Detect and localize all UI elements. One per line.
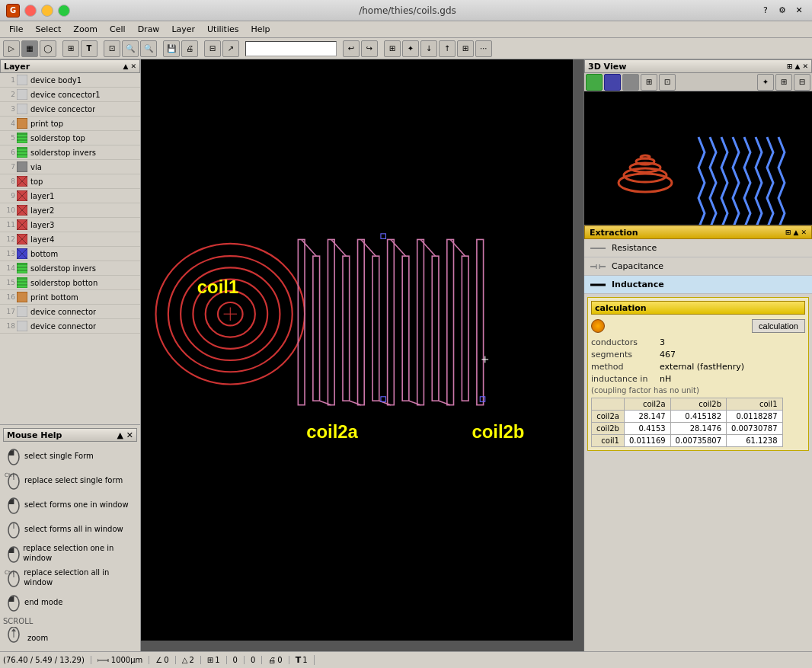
svg-line-88 [320,401,331,404]
svg-line-92 [439,401,450,404]
close-button[interactable] [24,5,37,17]
grid-val: 1 [215,656,219,664]
svg-rect-95 [381,234,386,239]
calculation-button[interactable]: calculation [752,319,805,333]
cell-name-input[interactable]: noname [245,41,337,56]
layer-item[interactable]: 2device concector1 [0,88,140,102]
tool-circle[interactable]: ◯ [40,40,56,57]
tool-expand[interactable]: ⊞ [457,40,474,57]
layer-item[interactable]: 16print bottom [0,290,140,305]
3d-btn-5[interactable]: ⊡ [659,74,676,91]
extraction-controls[interactable]: ⊞ ▲ ✕ [785,229,807,236]
mouse-icon [3,591,24,612]
svg-rect-71 [328,239,334,404]
extraction-header: Extraction ⊞ ▲ ✕ [584,225,812,239]
3d-btn-6[interactable]: ✦ [757,74,774,91]
tool-frame[interactable]: ⊟ [204,40,221,57]
3d-btn-4[interactable]: ⊞ [641,74,657,91]
layer-item[interactable]: 12layer4 [0,232,140,247]
table-cell: 0.4153 [624,423,670,435]
3d-btn-7[interactable]: ⊞ [775,74,792,91]
menu-file[interactable]: File [3,23,29,36]
layer-item[interactable]: 17device connector [0,305,140,319]
layer-item[interactable]: 14solderstop invers [0,261,140,276]
layer-item[interactable]: 8top [0,174,140,189]
canvas-area[interactable]: coil1 coil2a coil2b [141,59,583,651]
layer-item[interactable]: 6solderstop invers [0,145,140,160]
tool-redo[interactable]: ↪ [361,40,378,57]
mouse-help-item: Ctrlreplace select single form [3,469,137,491]
layer-panel-controls[interactable]: ▲ ✕ [123,62,136,70]
mouse-help-panel: Mouse Help ▲ ✕ select single FormCtrlrep… [0,424,140,651]
svg-rect-40 [17,306,27,317]
extraction-inductance[interactable]: Inductance [584,276,812,294]
inductance-matrix: coil2a coil2b coil1 coil2a28.1470.415182… [591,398,783,447]
tool-grid[interactable]: ⊞ [384,40,401,57]
maximize-button[interactable] [58,5,70,17]
app-icon: G [6,4,20,18]
tool-up[interactable]: ↑ [439,40,456,57]
extraction-resistance[interactable]: Resistance [584,239,812,257]
menu-help[interactable]: Help [245,23,276,36]
layer-item[interactable]: 3device concector [0,102,140,117]
layer-list[interactable]: 1device body12device concector13device c… [0,73,140,424]
layer-item[interactable]: 4print top [0,117,140,131]
tool-pointer[interactable]: ↗ [222,40,239,57]
tool-save[interactable]: 💾 [163,40,180,57]
tool-zoom-out[interactable]: 🔍 [140,40,157,57]
layer-item[interactable]: 13bottom [0,247,140,261]
window-close-icon[interactable]: ✕ [792,4,806,18]
minimize-button[interactable] [41,5,53,17]
layer-item[interactable]: 7via [0,160,140,174]
extraction-title: Extraction [590,228,638,238]
mouse-help-item: select forms one in window [3,494,137,515]
tool-zoom-in[interactable]: 🔍 [122,40,139,57]
menu-zoom[interactable]: Zoom [67,23,104,36]
tool-down[interactable]: ↓ [420,40,437,57]
view3d-controls[interactable]: ⊞ ▲ ✕ [787,62,808,70]
menu-select[interactable]: Select [29,23,67,36]
mouse-help-controls[interactable]: ▲ ✕ [117,430,133,440]
layer-item[interactable]: 15solderstop botton [0,276,140,290]
tool-select[interactable]: ▷ [3,40,20,57]
menu-layer[interactable]: Layer [165,23,201,36]
tool-text[interactable]: T [81,40,98,57]
help-icon[interactable]: ? [759,4,772,18]
layer-item[interactable]: 5solderstop top [0,131,140,145]
extraction-capacitance[interactable]: Capacitance [584,257,812,276]
layer-label: top [30,177,43,186]
layer-item[interactable]: 10layer2 [0,203,140,218]
view3d-toolbar[interactable]: ⊞ ⊡ ✦ ⊞ ⊟ [584,73,812,91]
layer-item[interactable]: 18device connector [0,319,140,334]
menu-draw[interactable]: Draw [132,23,166,36]
layer-panel: Layer ▲ ✕ 1device body12device concector… [0,59,140,424]
3d-btn-2[interactable] [604,74,621,91]
menu-utilities[interactable]: Utilities [201,23,245,36]
tool-star[interactable]: ✦ [402,40,419,57]
tool-undo[interactable]: ↩ [343,40,360,57]
3d-btn-1[interactable] [586,74,603,91]
horizontal-scrollbar[interactable] [141,641,573,651]
3d-btn-3[interactable] [622,74,639,91]
settings-icon[interactable]: ⚙ [775,4,789,18]
tool-more[interactable]: ⋯ [475,40,492,57]
mouse-help-item: replace selection one in window [3,542,137,564]
3d-btn-8[interactable]: ⊟ [794,74,810,91]
view3d-canvas[interactable] [584,91,812,225]
tool-print[interactable]: 🖨 [181,40,198,57]
table-cell: 0.0118287 [727,411,782,423]
calculation-panel: calculation calculation conductors 3 seg… [587,297,809,451]
svg-rect-1 [17,89,27,100]
layer-item[interactable]: 1device body1 [0,73,140,88]
status-bar: (76.40 / 5.49 / 13.29) 1000µm ∠ 0 △ 2 ⊞ … [0,651,812,668]
layer-item[interactable]: 9layer1 [0,189,140,203]
vertical-scrollbar[interactable] [573,59,583,651]
tool-cell[interactable]: ⊞ [62,40,79,57]
layer-panel-title: Layer [4,62,30,72]
tool-hatch[interactable]: ▦ [21,40,38,57]
tool-select2[interactable]: ⊡ [104,40,120,57]
coupling-label: (coupling factor has no unit) [591,386,699,395]
menu-cell[interactable]: Cell [104,23,132,36]
layer-item[interactable]: 11layer3 [0,218,140,232]
table-cell: 0.00730787 [727,423,782,435]
